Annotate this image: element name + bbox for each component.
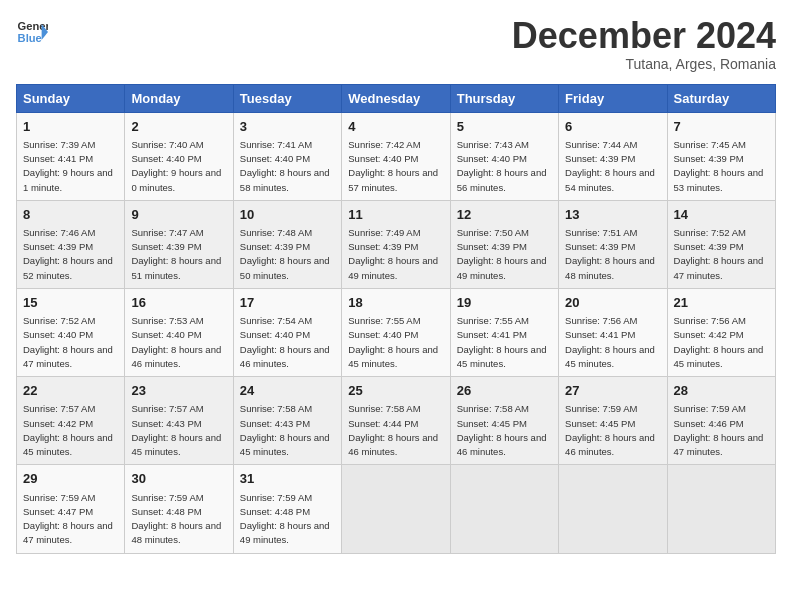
day-info: Sunrise: 7:56 AMSunset: 4:41 PMDaylight:… <box>565 315 655 369</box>
day-info: Sunrise: 7:41 AMSunset: 4:40 PMDaylight:… <box>240 139 330 193</box>
calendar-table: SundayMondayTuesdayWednesdayThursdayFrid… <box>16 84 776 554</box>
day-number: 10 <box>240 206 335 224</box>
day-info: Sunrise: 7:46 AMSunset: 4:39 PMDaylight:… <box>23 227 113 281</box>
day-number: 23 <box>131 382 226 400</box>
calendar-cell: 25Sunrise: 7:58 AMSunset: 4:44 PMDayligh… <box>342 377 450 465</box>
calendar-cell: 16Sunrise: 7:53 AMSunset: 4:40 PMDayligh… <box>125 288 233 376</box>
day-number: 3 <box>240 118 335 136</box>
day-info: Sunrise: 7:59 AMSunset: 4:48 PMDaylight:… <box>240 492 330 546</box>
weekday-header-wednesday: Wednesday <box>342 84 450 112</box>
day-number: 16 <box>131 294 226 312</box>
calendar-cell: 31Sunrise: 7:59 AMSunset: 4:48 PMDayligh… <box>233 465 341 553</box>
day-number: 31 <box>240 470 335 488</box>
day-info: Sunrise: 7:44 AMSunset: 4:39 PMDaylight:… <box>565 139 655 193</box>
day-number: 7 <box>674 118 769 136</box>
day-number: 26 <box>457 382 552 400</box>
calendar-cell: 22Sunrise: 7:57 AMSunset: 4:42 PMDayligh… <box>17 377 125 465</box>
day-info: Sunrise: 7:45 AMSunset: 4:39 PMDaylight:… <box>674 139 764 193</box>
day-number: 4 <box>348 118 443 136</box>
day-info: Sunrise: 7:48 AMSunset: 4:39 PMDaylight:… <box>240 227 330 281</box>
calendar-cell: 2Sunrise: 7:40 AMSunset: 4:40 PMDaylight… <box>125 112 233 200</box>
day-info: Sunrise: 7:51 AMSunset: 4:39 PMDaylight:… <box>565 227 655 281</box>
day-number: 18 <box>348 294 443 312</box>
day-number: 28 <box>674 382 769 400</box>
calendar-cell: 21Sunrise: 7:56 AMSunset: 4:42 PMDayligh… <box>667 288 775 376</box>
calendar-cell: 13Sunrise: 7:51 AMSunset: 4:39 PMDayligh… <box>559 200 667 288</box>
day-number: 6 <box>565 118 660 136</box>
calendar-cell: 19Sunrise: 7:55 AMSunset: 4:41 PMDayligh… <box>450 288 558 376</box>
day-info: Sunrise: 7:49 AMSunset: 4:39 PMDaylight:… <box>348 227 438 281</box>
day-number: 9 <box>131 206 226 224</box>
weekday-header-tuesday: Tuesday <box>233 84 341 112</box>
day-number: 25 <box>348 382 443 400</box>
weekday-header-thursday: Thursday <box>450 84 558 112</box>
day-info: Sunrise: 7:40 AMSunset: 4:40 PMDaylight:… <box>131 139 221 193</box>
calendar-cell: 23Sunrise: 7:57 AMSunset: 4:43 PMDayligh… <box>125 377 233 465</box>
logo-icon: General Blue <box>16 16 48 48</box>
day-info: Sunrise: 7:59 AMSunset: 4:45 PMDaylight:… <box>565 403 655 457</box>
page-header: General Blue December 2024 Tutana, Arges… <box>16 16 776 72</box>
day-info: Sunrise: 7:53 AMSunset: 4:40 PMDaylight:… <box>131 315 221 369</box>
title-block: December 2024 Tutana, Arges, Romania <box>512 16 776 72</box>
day-info: Sunrise: 7:58 AMSunset: 4:44 PMDaylight:… <box>348 403 438 457</box>
calendar-cell: 5Sunrise: 7:43 AMSunset: 4:40 PMDaylight… <box>450 112 558 200</box>
day-number: 2 <box>131 118 226 136</box>
calendar-cell: 20Sunrise: 7:56 AMSunset: 4:41 PMDayligh… <box>559 288 667 376</box>
weekday-header-saturday: Saturday <box>667 84 775 112</box>
day-info: Sunrise: 7:43 AMSunset: 4:40 PMDaylight:… <box>457 139 547 193</box>
day-info: Sunrise: 7:52 AMSunset: 4:39 PMDaylight:… <box>674 227 764 281</box>
calendar-cell <box>342 465 450 553</box>
day-info: Sunrise: 7:58 AMSunset: 4:45 PMDaylight:… <box>457 403 547 457</box>
day-info: Sunrise: 7:47 AMSunset: 4:39 PMDaylight:… <box>131 227 221 281</box>
calendar-cell: 8Sunrise: 7:46 AMSunset: 4:39 PMDaylight… <box>17 200 125 288</box>
calendar-cell: 1Sunrise: 7:39 AMSunset: 4:41 PMDaylight… <box>17 112 125 200</box>
day-info: Sunrise: 7:59 AMSunset: 4:46 PMDaylight:… <box>674 403 764 457</box>
month-title: December 2024 <box>512 16 776 56</box>
calendar-cell: 15Sunrise: 7:52 AMSunset: 4:40 PMDayligh… <box>17 288 125 376</box>
calendar-cell: 14Sunrise: 7:52 AMSunset: 4:39 PMDayligh… <box>667 200 775 288</box>
calendar-cell: 3Sunrise: 7:41 AMSunset: 4:40 PMDaylight… <box>233 112 341 200</box>
day-info: Sunrise: 7:59 AMSunset: 4:47 PMDaylight:… <box>23 492 113 546</box>
calendar-cell: 18Sunrise: 7:55 AMSunset: 4:40 PMDayligh… <box>342 288 450 376</box>
day-number: 30 <box>131 470 226 488</box>
calendar-cell: 10Sunrise: 7:48 AMSunset: 4:39 PMDayligh… <box>233 200 341 288</box>
calendar-cell: 26Sunrise: 7:58 AMSunset: 4:45 PMDayligh… <box>450 377 558 465</box>
day-number: 29 <box>23 470 118 488</box>
calendar-cell: 4Sunrise: 7:42 AMSunset: 4:40 PMDaylight… <box>342 112 450 200</box>
calendar-cell: 7Sunrise: 7:45 AMSunset: 4:39 PMDaylight… <box>667 112 775 200</box>
calendar-cell: 12Sunrise: 7:50 AMSunset: 4:39 PMDayligh… <box>450 200 558 288</box>
day-number: 22 <box>23 382 118 400</box>
calendar-cell: 17Sunrise: 7:54 AMSunset: 4:40 PMDayligh… <box>233 288 341 376</box>
day-number: 11 <box>348 206 443 224</box>
day-number: 1 <box>23 118 118 136</box>
day-info: Sunrise: 7:54 AMSunset: 4:40 PMDaylight:… <box>240 315 330 369</box>
calendar-cell: 27Sunrise: 7:59 AMSunset: 4:45 PMDayligh… <box>559 377 667 465</box>
day-info: Sunrise: 7:50 AMSunset: 4:39 PMDaylight:… <box>457 227 547 281</box>
day-info: Sunrise: 7:42 AMSunset: 4:40 PMDaylight:… <box>348 139 438 193</box>
weekday-header-monday: Monday <box>125 84 233 112</box>
calendar-cell <box>559 465 667 553</box>
day-info: Sunrise: 7:55 AMSunset: 4:40 PMDaylight:… <box>348 315 438 369</box>
calendar-cell <box>450 465 558 553</box>
location-subtitle: Tutana, Arges, Romania <box>512 56 776 72</box>
day-info: Sunrise: 7:56 AMSunset: 4:42 PMDaylight:… <box>674 315 764 369</box>
day-info: Sunrise: 7:57 AMSunset: 4:43 PMDaylight:… <box>131 403 221 457</box>
day-number: 8 <box>23 206 118 224</box>
day-number: 5 <box>457 118 552 136</box>
day-info: Sunrise: 7:52 AMSunset: 4:40 PMDaylight:… <box>23 315 113 369</box>
day-number: 12 <box>457 206 552 224</box>
day-number: 17 <box>240 294 335 312</box>
weekday-header-friday: Friday <box>559 84 667 112</box>
day-number: 15 <box>23 294 118 312</box>
day-number: 14 <box>674 206 769 224</box>
calendar-cell: 30Sunrise: 7:59 AMSunset: 4:48 PMDayligh… <box>125 465 233 553</box>
calendar-cell <box>667 465 775 553</box>
day-number: 21 <box>674 294 769 312</box>
calendar-cell: 9Sunrise: 7:47 AMSunset: 4:39 PMDaylight… <box>125 200 233 288</box>
day-number: 20 <box>565 294 660 312</box>
day-info: Sunrise: 7:58 AMSunset: 4:43 PMDaylight:… <box>240 403 330 457</box>
day-number: 27 <box>565 382 660 400</box>
day-info: Sunrise: 7:57 AMSunset: 4:42 PMDaylight:… <box>23 403 113 457</box>
day-info: Sunrise: 7:39 AMSunset: 4:41 PMDaylight:… <box>23 139 113 193</box>
calendar-cell: 11Sunrise: 7:49 AMSunset: 4:39 PMDayligh… <box>342 200 450 288</box>
